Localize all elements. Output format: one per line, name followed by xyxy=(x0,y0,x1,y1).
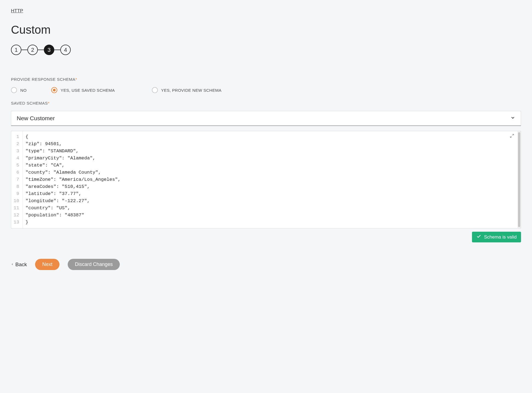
line-number-gutter: 12345678910111213 xyxy=(11,131,23,228)
radio-circle-icon xyxy=(11,87,17,93)
expand-icon[interactable] xyxy=(510,133,514,140)
back-button[interactable]: Back xyxy=(11,262,27,268)
svg-line-1 xyxy=(510,136,512,137)
discard-changes-button[interactable]: Discard Changes xyxy=(68,259,120,270)
radio-use-saved[interactable]: YES, USE SAVED SCHEMA xyxy=(51,87,115,93)
radio-circle-icon xyxy=(152,87,158,93)
provide-schema-label: PROVIDE RESPONSE SCHEMA* xyxy=(11,77,521,82)
line-number: 1 xyxy=(11,133,20,140)
scrollbar-thumb[interactable] xyxy=(518,132,520,227)
schema-valid-badge: Schema is valid xyxy=(472,232,521,242)
line-number: 2 xyxy=(11,140,20,148)
line-number: 10 xyxy=(11,197,20,205)
checkmark-icon xyxy=(476,234,481,240)
line-number: 4 xyxy=(11,155,20,162)
line-number: 8 xyxy=(11,183,20,190)
chevron-left-icon xyxy=(11,262,14,268)
line-number: 3 xyxy=(11,148,20,155)
radio-circle-selected-icon xyxy=(51,87,57,93)
breadcrumb-http[interactable]: HTTP xyxy=(11,8,23,14)
saved-schemas-label: SAVED SCHEMAS* xyxy=(11,101,521,105)
code-editor[interactable]: 12345678910111213 { "zip": 94501, "type"… xyxy=(11,131,521,228)
saved-schema-select[interactable]: New Customer xyxy=(11,111,521,126)
line-number: 12 xyxy=(11,212,20,219)
line-number: 6 xyxy=(11,169,20,176)
schema-radio-row: NO YES, USE SAVED SCHEMA YES, PROVIDE NE… xyxy=(11,87,521,93)
scrollbar[interactable] xyxy=(517,131,521,228)
code-content[interactable]: { "zip": 94501, "type": "STANDARD", "pri… xyxy=(23,131,517,228)
line-number: 13 xyxy=(11,219,20,226)
step-connector xyxy=(21,50,27,50)
select-value: New Customer xyxy=(17,115,55,122)
line-number: 5 xyxy=(11,162,20,169)
footer-actions: Back Next Discard Changes xyxy=(11,259,521,270)
radio-label-use-saved: YES, USE SAVED SCHEMA xyxy=(61,88,115,93)
step-connector xyxy=(54,50,60,50)
chevron-down-icon xyxy=(510,115,515,121)
step-3[interactable]: 3 xyxy=(44,45,54,55)
stepper: 1 2 3 4 xyxy=(11,45,521,55)
radio-label-provide-new: YES, PROVIDE NEW SCHEMA xyxy=(161,88,221,93)
svg-line-0 xyxy=(512,134,514,136)
step-4[interactable]: 4 xyxy=(60,45,71,55)
step-1[interactable]: 1 xyxy=(11,45,21,55)
step-2[interactable]: 2 xyxy=(27,45,38,55)
radio-provide-new[interactable]: YES, PROVIDE NEW SCHEMA xyxy=(152,87,221,93)
radio-no[interactable]: NO xyxy=(11,87,27,93)
page-title: Custom xyxy=(11,23,521,36)
line-number: 9 xyxy=(11,190,20,197)
radio-label-no: NO xyxy=(20,88,27,93)
next-button[interactable]: Next xyxy=(35,259,59,270)
step-connector xyxy=(38,50,44,50)
line-number: 11 xyxy=(11,205,20,212)
line-number: 7 xyxy=(11,176,20,183)
